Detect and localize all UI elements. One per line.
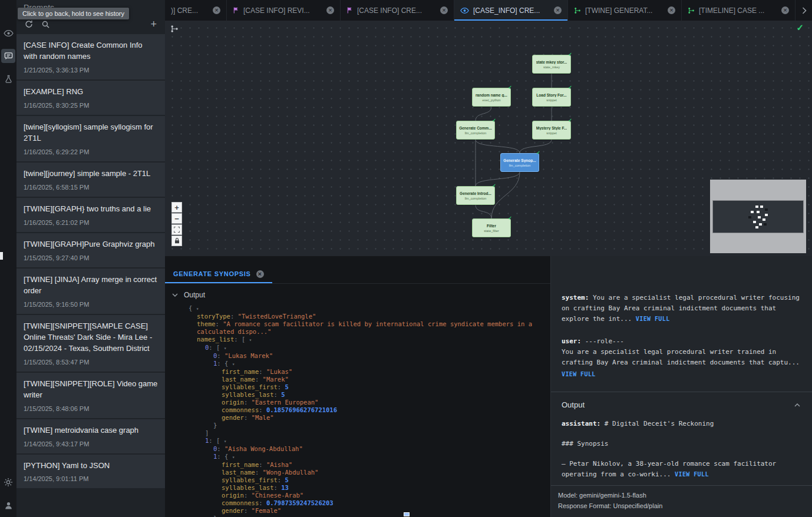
- lock-button[interactable]: [171, 236, 182, 246]
- tab-generate-synopsis[interactable]: GENERATE SYNOPSIS ×: [165, 264, 272, 283]
- list-item[interactable]: [TWINE][SNIPPET][ROLE] Video game writer…: [16, 373, 165, 418]
- close-icon[interactable]: ×: [440, 6, 448, 14]
- json-line: }: [189, 422, 544, 429]
- chevron-up-icon[interactable]: [794, 403, 800, 407]
- json-token: 5: [285, 476, 288, 483]
- tab-label: [CASE_INFO] CRE...: [473, 6, 550, 15]
- json-token: :: [244, 492, 252, 499]
- flag-icon: [233, 6, 239, 14]
- output-section-header[interactable]: Output: [165, 284, 550, 303]
- json-token: {: [225, 360, 232, 367]
- json-token: first_name: [222, 461, 259, 468]
- tab-scroll-right-icon[interactable]: [797, 0, 812, 21]
- refresh-icon[interactable]: [25, 20, 33, 28]
- close-icon[interactable]: ×: [668, 6, 675, 14]
- close-icon[interactable]: ×: [326, 6, 334, 14]
- graph-node[interactable]: Generate Synop...llm_completion✓: [500, 153, 539, 172]
- flag-icon: [346, 6, 353, 14]
- json-token: :: [278, 383, 285, 390]
- prompts-sidebar: Prompts Click to go back, hold to see hi…: [16, 0, 165, 517]
- json-token: :: [255, 376, 263, 383]
- account-icon[interactable]: [1, 498, 15, 512]
- horizontal-scrollbar-thumb[interactable]: [404, 512, 410, 516]
- json-token: 5: [285, 383, 288, 390]
- node-title: Filter: [487, 224, 496, 228]
- json-token: :: [278, 476, 285, 483]
- collapse-caret[interactable]: ▾: [224, 346, 227, 351]
- prompt-timestamp: 1/14/2025, 9:43:17 PM: [24, 440, 158, 448]
- collapse-caret[interactable]: ▾: [224, 439, 227, 444]
- chevron-down-icon[interactable]: [172, 293, 178, 297]
- fit-view-button[interactable]: [171, 224, 182, 235]
- json-token: names_list: [197, 336, 234, 343]
- panel-resize-handle[interactable]: [0, 252, 3, 260]
- zoom-out-button[interactable]: −: [171, 213, 182, 224]
- graph-node[interactable]: Generate Introd...llm_completion✓: [456, 186, 495, 205]
- graph-node[interactable]: Mystery Style F...snippet✓: [532, 121, 571, 140]
- tab-4[interactable]: [CASE_INFO] CRE...×: [454, 0, 568, 21]
- list-item[interactable]: [CASE INFO] Create Common Info with rand…: [16, 34, 165, 79]
- view-full-link[interactable]: VIEW FULL: [562, 370, 803, 379]
- collapse-caret[interactable]: ▾: [232, 455, 235, 460]
- tab-1[interactable]: )] CRE...×: [165, 0, 227, 21]
- list-item[interactable]: [twine][syllogism] sample syllogism for …: [16, 116, 165, 161]
- tab-5[interactable]: [TWINE] GENERAT...×: [568, 0, 682, 21]
- json-line: 1: { ▾: [189, 453, 544, 461]
- list-item[interactable]: [TWINE] [JINJA] Array merge in correct o…: [16, 269, 165, 314]
- prompt-timestamp: 1/15/2025, 8:53:47 PM: [24, 359, 158, 366]
- graph-node[interactable]: Generate Comm...llm_completion✓: [456, 121, 495, 140]
- prompt-title: [TWINE][SNIPPET][ROLE] Video game writer: [24, 379, 158, 401]
- graph-canvas[interactable]: ✓ + − state mkey stor...state_mkey✓rando…: [165, 21, 812, 256]
- graph-node[interactable]: Load Story For...snippet✓: [532, 88, 571, 107]
- list-item[interactable]: [TWINE][GRAPH]Pure Graphviz graph1/15/20…: [16, 233, 165, 267]
- json-token: "TwistedLoveTriangle": [238, 313, 316, 320]
- flask-icon[interactable]: [1, 72, 15, 86]
- collapse-caret[interactable]: ▾: [232, 362, 235, 367]
- node-title: state mkey stor...: [536, 60, 567, 64]
- prompts-icon[interactable]: [1, 49, 15, 63]
- prompt-title: [CASE INFO] Create Common Info with rand…: [24, 40, 158, 62]
- minimap-node: [764, 223, 767, 226]
- list-item[interactable]: [TWINE][SNIPPET][SAMPLE CASE] Online Thr…: [16, 315, 165, 372]
- json-token: :: [217, 453, 225, 460]
- collapse-caret[interactable]: ▾: [196, 306, 199, 311]
- close-icon[interactable]: ×: [781, 6, 789, 14]
- minimap[interactable]: [710, 180, 806, 253]
- view-full-link[interactable]: VIEW FULL: [636, 316, 670, 322]
- message-role: system:: [562, 294, 593, 301]
- collapse-caret[interactable]: ▾: [249, 337, 252, 343]
- tab-3[interactable]: [CASE INFO] CRE...×: [341, 0, 454, 21]
- gear-icon[interactable]: [1, 475, 15, 489]
- list-item[interactable]: [PYTHON] Yaml to JSON1/14/2025, 9:01:11 …: [16, 455, 165, 489]
- list-item[interactable]: [TWINE][GRAPH} two truths and a lie1/16/…: [16, 198, 165, 232]
- list-item[interactable]: [twine][journey] simple sample - 2T1L1/1…: [16, 163, 165, 197]
- json-token: syllables_last: [222, 391, 274, 398]
- message: system: You are a specialist legal proce…: [562, 293, 803, 324]
- close-icon[interactable]: ×: [256, 270, 264, 278]
- assistant-block: assistant: # Digital Deceit's Reckoning#…: [551, 416, 812, 485]
- graph-layout-icon[interactable]: [170, 25, 179, 35]
- inspector-output-header[interactable]: Output: [551, 392, 812, 416]
- list-item[interactable]: [TWINE] metroidvania case graph1/14/2025…: [16, 419, 165, 453]
- graph-node[interactable]: random name g...exec_python✓: [472, 88, 511, 107]
- graph-node[interactable]: Filterstate_filter✓: [472, 218, 511, 237]
- json-line: 0: "Lukas Marek": [189, 352, 544, 360]
- json-token: [: [242, 336, 249, 343]
- zoom-in-button[interactable]: +: [171, 202, 182, 213]
- prompt-timestamp: 1/16/2025, 8:30:25 PM: [24, 102, 158, 109]
- tab-6[interactable]: [TIMELINE] CASE ...×: [682, 0, 796, 21]
- graph-node[interactable]: state mkey stor...state_mkey✓: [532, 55, 571, 74]
- add-prompt-button[interactable]: +: [150, 20, 157, 28]
- eye-icon[interactable]: [1, 26, 15, 40]
- close-icon[interactable]: ×: [213, 6, 220, 14]
- json-line: }: [189, 515, 544, 517]
- search-icon[interactable]: [42, 21, 49, 28]
- tab-2[interactable]: [CASE INFO] REVI...×: [227, 0, 341, 21]
- close-icon[interactable]: ×: [554, 6, 562, 14]
- json-line: syllables_first: 5: [189, 476, 544, 484]
- node-title: Generate Introd...: [460, 191, 491, 195]
- list-item[interactable]: [EXAMPLE] RNG1/16/2025, 8:30:25 PM: [16, 81, 165, 115]
- main-area: )] CRE...×[CASE INFO] REVI...×[CASE INFO…: [165, 0, 812, 517]
- minimap-node: [755, 206, 758, 208]
- view-full-link[interactable]: VIEW FULL: [675, 471, 709, 478]
